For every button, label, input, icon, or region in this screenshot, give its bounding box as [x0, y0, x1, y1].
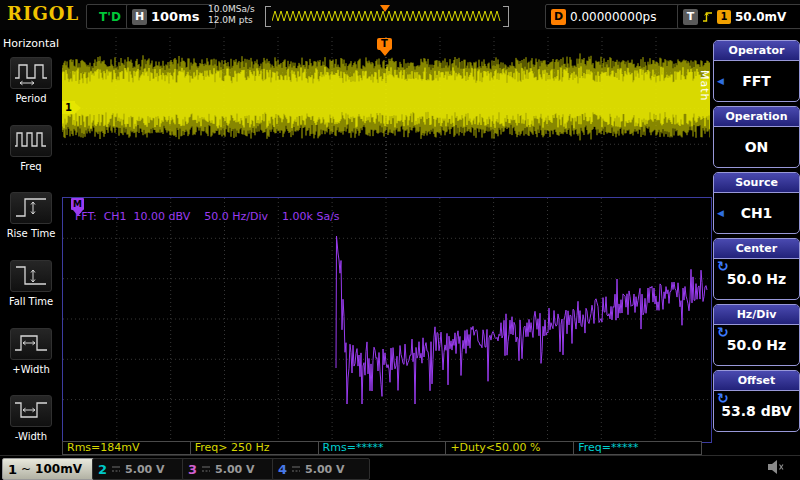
sidebar-item-label: +Width — [12, 364, 49, 375]
measurement-freq-ch1: Freq> 250 Hz — [190, 441, 319, 455]
sidebar-item-fall-time[interactable]: Fall Time — [3, 253, 59, 321]
measurement-rms-ch1: Rms=184mV — [62, 441, 191, 455]
delay-readout-box: D 0.00000000ps — [545, 4, 681, 29]
measurement-bar: Rms=184mV Freq> 250 Hz Rms=***** +Duty<5… — [62, 441, 702, 455]
oscilloscope-screen: RIGOL T'D H 100ms 10.0MSa/s 12.0M pts D … — [0, 0, 800, 480]
channel-2-scale: 5.00 V — [125, 463, 164, 476]
minus-width-icon — [10, 395, 52, 427]
sidebar-item-pos-width[interactable]: +Width — [3, 321, 59, 389]
rise-time-icon — [10, 192, 52, 224]
freq-icon — [10, 125, 52, 157]
trigger-edge-icon — [702, 10, 713, 24]
rotate-knob-icon: ↻ — [717, 391, 729, 405]
channel-3-scale: 5.00 V — [215, 463, 254, 476]
menu-item-operation[interactable]: Operation ON — [713, 106, 800, 168]
delay-value: 0.00000000ps — [570, 10, 656, 24]
left-arrow-icon: ◀ — [717, 76, 724, 86]
waveform-preview-strip — [272, 6, 502, 26]
sidebar-title: Horizontal — [3, 37, 59, 50]
rotate-knob-icon: ↻ — [717, 325, 729, 339]
measure-sidebar: Horizontal Period Freq Rise Time Fall Ti… — [0, 30, 62, 456]
preview-right-bracket — [503, 6, 509, 27]
preview-trigger-marker — [380, 5, 390, 17]
channel-3-status[interactable]: 3 5.00 V — [182, 458, 280, 480]
measurement-freq-ch2: Freq=***** — [573, 441, 702, 455]
period-icon — [10, 57, 52, 89]
sidebar-item-rise-time[interactable]: Rise Time — [3, 185, 59, 253]
channel-status-bar: 1 ~ 100mV 2 5.00 V 3 5.00 V 4 5.00 V — [0, 455, 800, 480]
ch1-level-marker[interactable]: 1 — [62, 101, 75, 114]
trigger-badge: T — [683, 9, 698, 25]
menu-item-operator[interactable]: Operator ◀ FFT — [713, 40, 800, 102]
channel-4-coupling-icon — [291, 465, 301, 473]
channel-3-number: 3 — [188, 462, 197, 477]
horizontal-timebase-box[interactable]: H 100ms — [126, 4, 216, 29]
trigger-info-box[interactable]: T 1 50.0mV — [677, 4, 800, 29]
menu-item-label: Source — [714, 173, 799, 193]
math-menu-tab[interactable]: Math — [698, 70, 711, 102]
menu-item-label: Hz/Div — [714, 305, 799, 325]
sidebar-item-label: Rise Time — [7, 228, 56, 239]
menu-item-value: ON — [745, 139, 769, 155]
sidebar-item-neg-width[interactable]: -Width — [3, 388, 59, 456]
channel-1-scale: 100mV — [35, 462, 82, 476]
math-channel-marker[interactable]: M — [71, 198, 84, 210]
sample-rate-value: 10.0MSa/s — [208, 4, 255, 15]
sidebar-item-label: Fall Time — [9, 296, 53, 307]
menu-item-value: CH1 — [741, 205, 773, 221]
sidebar-item-freq[interactable]: Freq — [3, 118, 59, 186]
horizontal-badge: H — [132, 9, 147, 25]
rigol-logo: RIGOL — [7, 3, 79, 24]
trigger-level-value: 50.0mV — [735, 10, 786, 24]
fall-time-icon — [10, 260, 52, 292]
memory-depth-value: 12.0M pts — [208, 15, 255, 26]
channel-4-scale: 5.00 V — [305, 463, 344, 476]
trigger-source-badge: 1 — [717, 10, 731, 24]
preview-left-bracket — [265, 6, 271, 27]
channel-1-status[interactable]: 1 ~ 100mV — [2, 458, 100, 480]
menu-item-offset[interactable]: Offset ↻ 53.8 dBV — [713, 370, 800, 432]
menu-item-value: 50.0 Hz — [727, 271, 786, 287]
sidebar-item-label: Period — [15, 93, 46, 104]
menu-item-label: Offset — [714, 371, 799, 391]
fft-display-area: FFT: CH1 10.00 dBV 50.0 Hz/Div 1.00k Sa/… — [62, 197, 712, 443]
channel-2-coupling-icon — [111, 465, 121, 473]
trigger-position-marker[interactable]: T — [377, 38, 392, 50]
channel-4-number: 4 — [278, 462, 287, 477]
menu-item-label: Center — [714, 239, 799, 259]
channel-2-status[interactable]: 2 5.00 V — [92, 458, 190, 480]
rotate-knob-icon: ↻ — [717, 259, 729, 273]
menu-item-label: Operation — [714, 107, 799, 127]
top-status-bar: RIGOL T'D H 100ms 10.0MSa/s 12.0M pts D … — [0, 0, 800, 30]
fft-settings-readout: FFT: CH1 10.00 dBV 50.0 Hz/Div 1.00k Sa/… — [75, 210, 340, 223]
measurement-rms-ch2: Rms=***** — [318, 441, 447, 455]
menu-item-center[interactable]: Center ↻ 50.0 Hz — [713, 238, 800, 300]
channel-1-coupling-icon: ~ — [21, 462, 31, 476]
plus-width-icon — [10, 328, 52, 360]
channel-2-number: 2 — [98, 462, 107, 477]
delay-badge: D — [551, 9, 566, 25]
sidebar-item-period[interactable]: Period — [3, 50, 59, 118]
menu-item-value: FFT — [742, 73, 771, 89]
menu-item-source[interactable]: Source ◀ CH1 — [713, 172, 800, 234]
menu-item-value: 50.0 Hz — [727, 337, 786, 353]
sidebar-item-label: Freq — [20, 161, 41, 172]
channel-1-number: 1 — [8, 462, 17, 477]
channel-4-status[interactable]: 4 5.00 V — [272, 458, 370, 480]
sidebar-item-label: -Width — [15, 431, 47, 442]
menu-item-value: 53.8 dBV — [721, 403, 791, 419]
acquisition-stats: 10.0MSa/s 12.0M pts — [208, 4, 255, 26]
timebase-value: 100ms — [151, 9, 199, 24]
measurement-duty-ch1: +Duty<50.00 % — [445, 441, 574, 455]
left-arrow-icon: ◀ — [717, 208, 724, 218]
menu-item-hzdiv[interactable]: Hz/Div ↻ 50.0 Hz — [713, 304, 800, 366]
menu-item-label: Operator — [714, 41, 799, 61]
fft-trace — [63, 198, 709, 440]
channel-3-coupling-icon — [201, 465, 211, 473]
sound-muted-icon — [766, 459, 784, 479]
